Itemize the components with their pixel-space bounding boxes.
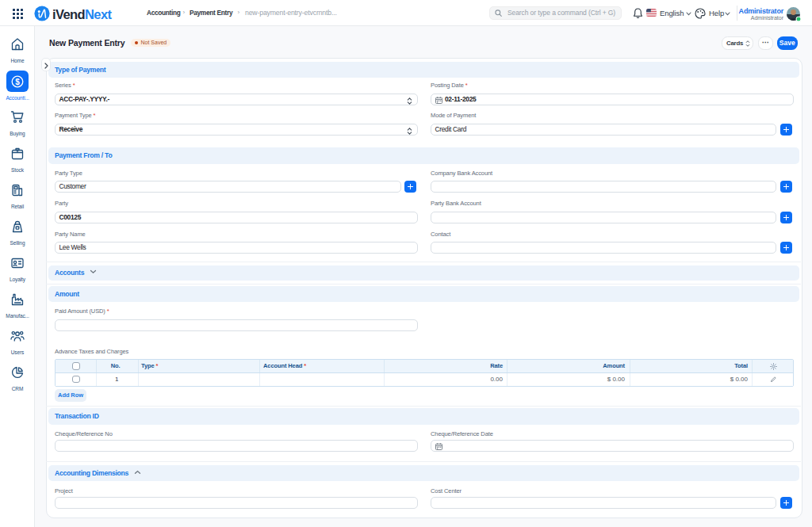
svg-text:$: $ [15,77,20,86]
